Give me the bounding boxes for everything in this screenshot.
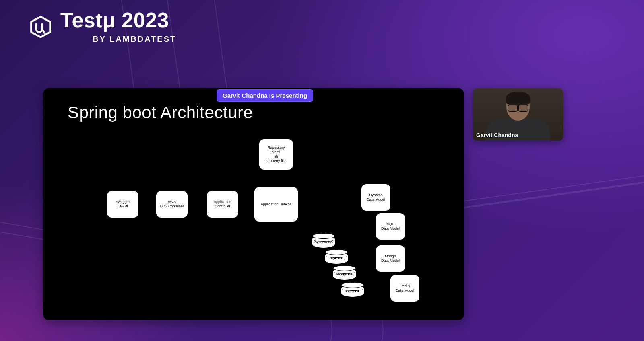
- svg-marker-0: [31, 16, 50, 37]
- db-mongo: Mongo DB: [333, 268, 356, 280]
- node-redis-data-model: RedISData Model: [390, 275, 419, 302]
- testmu-logo-icon: [29, 15, 52, 39]
- db-sql: SQL DB: [325, 252, 348, 264]
- db-redis: Redis DB: [341, 285, 364, 297]
- db-dynamo: Dynamo DB: [312, 236, 335, 248]
- presenter-name-label: Garvit Chandna: [476, 132, 518, 138]
- node-application-service: Application Service: [254, 187, 298, 222]
- presenting-badge: Garvit Chandna Is Presenting: [217, 89, 313, 102]
- node-dynamo-data-model: DynamoData Model: [361, 184, 390, 211]
- event-title: Testμ 2023: [60, 10, 176, 31]
- event-subtitle: BY LAMBDATEST: [93, 35, 176, 44]
- diagram-connectors: [43, 133, 164, 193]
- node-ecs-container: AWSECS Container: [156, 191, 188, 218]
- node-swagger: SwaggerUI/API: [107, 191, 138, 218]
- node-application-controller: ApplicationController: [207, 191, 238, 218]
- slide-title: Spring boot Architecture: [68, 103, 253, 122]
- presenter-webcam: Garvit Chandna: [473, 88, 563, 141]
- architecture-diagram: SwaggerUI/API AWSECS Container Applicati…: [43, 133, 464, 320]
- presentation-slide: Spring boot Architecture SwaggerUI/API A…: [43, 88, 464, 320]
- event-header: Testμ 2023 BY LAMBDATEST: [29, 10, 176, 44]
- node-sql-data-model: SQLData Model: [376, 213, 405, 240]
- node-mongo-data-model: MongoData Model: [376, 245, 405, 272]
- node-repository: RepositoryYamlshproperty file: [259, 139, 293, 170]
